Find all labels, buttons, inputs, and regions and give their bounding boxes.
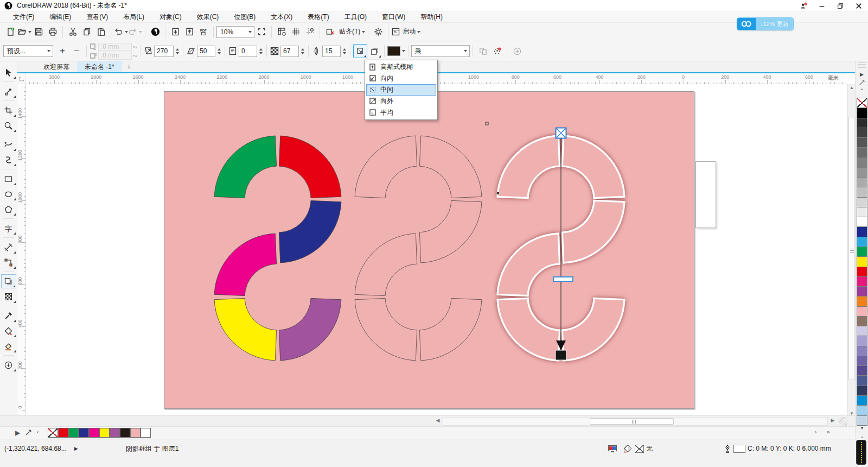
new-document-button[interactable] [3,25,17,39]
menu-2[interactable]: 编辑(E) [42,11,79,23]
update-download-badge[interactable]: ↓12% 更新 [737,17,794,30]
feather-menu-item-2[interactable]: 向内 [366,73,436,84]
doc-swatch-00a14e[interactable] [68,428,79,438]
color-swatch-d6d6d6[interactable] [857,198,867,207]
shadow-feather-field[interactable]: 15 [322,46,341,57]
doc-swatch-ffffff[interactable] [141,428,151,438]
menu-5[interactable]: 对象(C) [152,11,189,23]
color-swatch-ababab[interactable] [857,178,867,187]
color-swatch-e5197d[interactable] [857,277,867,287]
new-tab-button[interactable]: + [122,61,136,72]
color-swatch-9b3b97[interactable] [857,287,867,296]
shadow-start-handle[interactable] [556,128,566,138]
import-button[interactable] [168,25,182,39]
menu-6[interactable]: 效果(C) [189,11,227,23]
palette-expand-button[interactable]: ▾ [856,424,868,432]
snap-off-button[interactable] [323,25,337,39]
palette-eyedropper-button[interactable] [856,78,868,86]
welcome-home-button[interactable] [17,61,36,72]
redo-button[interactable] [128,25,142,39]
resize-grip[interactable] [839,417,847,426]
color-swatch-e60012[interactable] [857,267,867,277]
doc-swatch-232e8c[interactable] [79,428,89,438]
vertical-scrollbar[interactable]: ▲ ▼ [847,84,855,417]
doc-swatch-none[interactable] [48,428,58,438]
color-swatch-8a7264[interactable] [857,317,867,326]
snap-to-button[interactable]: 贴齐(T) [337,25,365,39]
color-swatch-29abe2[interactable] [857,237,867,247]
fill-status-icon[interactable] [623,444,633,453]
menu-9[interactable]: 表格(T) [300,11,336,23]
palette-scroll-right[interactable]: › [815,429,816,435]
color-swatch-584a8f[interactable] [857,366,867,376]
shadow-feather-stepper[interactable] [341,46,347,57]
quick-customize-button[interactable] [510,44,524,58]
horizontal-scrollbar-thumb[interactable] [590,418,674,425]
feather-direction-button[interactable] [353,44,367,58]
copy-shadow-properties-button[interactable] [476,44,490,58]
tab-untitled-document[interactable]: 未命名 -1* [77,61,122,72]
scroll-right-arrow[interactable]: ▶ [829,418,837,425]
crop-tool[interactable] [1,103,16,117]
doc-swatch-e60012[interactable] [58,428,68,438]
clear-shadow-button[interactable] [490,44,504,58]
print-button[interactable] [46,25,60,39]
feather-menu-item-3[interactable]: 中间 [366,84,436,96]
outline-color-swatch[interactable] [733,445,745,453]
color-swatch-555555[interactable] [857,138,867,148]
interactive-fill-tool[interactable] [1,324,16,338]
white-rectangle-object[interactable] [695,161,716,228]
options-button[interactable] [371,25,385,39]
color-swatch-4c5a90[interactable] [857,376,867,386]
color-swatch-8a80bc[interactable] [857,346,867,356]
open-button[interactable] [17,25,31,39]
shadow-stretch-field[interactable]: 50 [197,46,215,57]
s-shape-outline[interactable] [355,136,482,361]
color-swatch-008fd4[interactable] [857,396,867,406]
menu-4[interactable]: 布局(L) [116,11,152,23]
zoom-tool[interactable] [1,118,16,132]
color-eyedropper-tool[interactable] [1,308,16,323]
shadow-opacity-slider[interactable] [553,277,573,281]
ellipse-tool[interactable] [1,187,16,201]
color-swatch-ebebeb[interactable] [857,207,867,217]
copy-button[interactable] [80,25,94,39]
fill-none-swatch[interactable] [635,445,644,453]
palette-scroll-up-button[interactable]: ⌃ [856,86,868,94]
transparency-tool[interactable] [1,289,16,304]
doc-swatch-fff100[interactable] [99,428,110,438]
horizontal-scrollbar[interactable] [443,417,828,426]
show-guidelines-button[interactable] [303,25,317,39]
document-page[interactable] [164,91,694,409]
menu-10[interactable]: 工具(O) [337,11,374,23]
publish-pdf-button[interactable]: PDF [196,25,210,39]
connector-tool[interactable] [1,255,16,269]
close-button[interactable] [850,1,868,11]
doc-swatch-231916[interactable] [120,428,130,438]
palette-flyout-button[interactable]: ▶ [856,70,868,78]
menu-8[interactable]: 文本(X) [263,11,300,23]
add-preset-button[interactable]: + [55,44,69,58]
cut-button[interactable] [66,25,80,39]
shadow-stretch-stepper[interactable] [216,46,222,57]
color-swatch-6b6b6b[interactable] [857,148,867,157]
color-swatch-6f63a6[interactable] [857,356,867,366]
export-button[interactable] [182,25,196,39]
shadow-angle-field[interactable]: 270 [154,46,174,57]
scroll-left-arrow[interactable]: ◀ [434,418,442,425]
drop-shadow-tool[interactable] [1,274,16,288]
show-rulers-button[interactable] [275,25,289,39]
menu-7[interactable]: 位图(B) [226,11,263,23]
proof-colors-icon[interactable] [608,445,617,453]
ruler-origin-corner[interactable] [17,73,26,84]
outline-pen-icon[interactable] [724,444,731,453]
zoom-level-combo[interactable]: 10% [216,26,254,38]
restore-button[interactable] [831,1,850,11]
palette-scroll-end[interactable]: » [827,429,830,435]
text-tool[interactable]: 字 [1,221,16,235]
drawing-canvas[interactable] [26,84,847,415]
feather-menu-item-4[interactable]: 向外 [366,96,436,107]
minimize-button[interactable] [813,1,831,11]
freehand-tool[interactable] [1,137,16,152]
color-swatch-00a14e[interactable] [857,247,867,257]
